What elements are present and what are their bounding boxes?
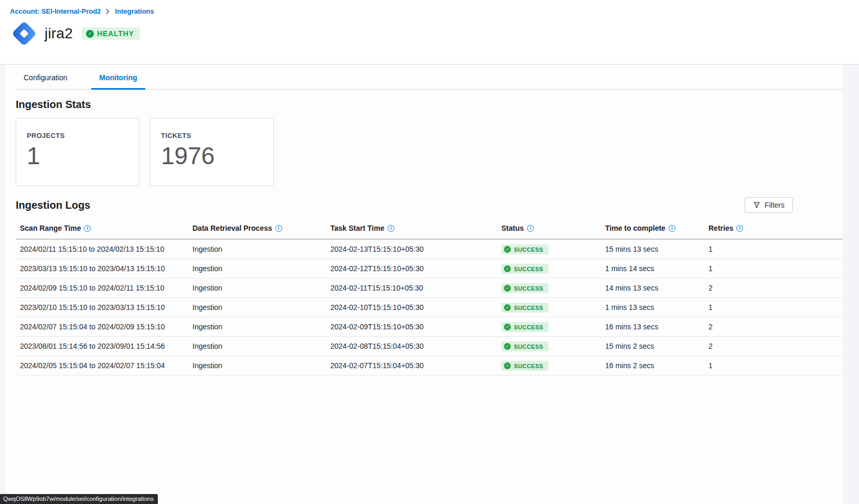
ingestion-logs-header-row: Ingestion Logs Filters xyxy=(16,197,843,213)
task-start-cell: 2024-02-07T15:15:04+05:30 xyxy=(326,361,497,370)
scan-range-cell: 2023/03/13 15:15:10 to 2023/04/13 15:15:… xyxy=(16,264,188,273)
task-start-cell: 2024-02-12T15:15:10+05:30 xyxy=(326,264,497,273)
tickets-stat-label: TICKETS xyxy=(161,132,273,140)
col-data-retrieval-process: Data Retrieval Process xyxy=(188,224,326,232)
breadcrumb-account-link[interactable]: Account: SEI-Internal-Prod2 xyxy=(10,7,101,15)
status-cell: SUCCESS xyxy=(497,244,601,255)
col-status: Status xyxy=(497,224,601,232)
time-complete-cell: 14 mins 13 secs xyxy=(601,284,704,292)
page-title: jira2 xyxy=(45,25,73,42)
table-row: 2024/02/05 15:15:04 to 2024/02/07 15:15:… xyxy=(16,356,843,376)
status-badge: SUCCESS xyxy=(501,264,549,274)
scan-range-cell: 2024/02/09 15:15:10 to 2024/02/11 15:15:… xyxy=(16,284,188,292)
table-row: 2024/02/09 15:15:10 to 2024/02/11 15:15:… xyxy=(16,278,843,298)
status-cell: SUCCESS xyxy=(497,263,601,274)
col-task-start-time: Task Start Time xyxy=(326,224,497,232)
retries-cell: 1 xyxy=(704,264,843,273)
check-circle-icon xyxy=(86,30,94,38)
table-row: 2023/08/01 15:14:56 to 2023/09/01 15:14:… xyxy=(16,337,843,356)
tab-monitoring[interactable]: Monitoring xyxy=(91,65,145,90)
check-circle-icon xyxy=(504,304,511,311)
col-retries: Retries xyxy=(704,224,843,232)
link-preview-statusbar: QwqOSllWp9ob7w/module/sei/configuration/… xyxy=(0,494,158,504)
process-cell: Ingestion xyxy=(188,361,326,370)
status-badge: SUCCESS xyxy=(501,341,549,351)
integration-title-row: jira2 HEALTHY xyxy=(10,19,859,48)
tickets-stat-card: TICKETS 1976 xyxy=(150,118,274,186)
page-header: Account: SEI-Internal-Prod2 Integrations… xyxy=(0,0,859,65)
table-row: 2024/02/11 15:15:10 to 2024/02/13 15:15:… xyxy=(16,240,843,259)
time-complete-cell: 1 mins 14 secs xyxy=(601,264,704,273)
ingestion-logs-table: Scan Range Time Data Retrieval Process T… xyxy=(16,220,843,376)
check-circle-icon xyxy=(504,246,511,253)
col-scan-range-time: Scan Range Time xyxy=(16,224,188,232)
scan-range-cell: 2024/02/11 15:15:10 to 2024/02/13 15:15:… xyxy=(16,245,188,253)
check-circle-icon xyxy=(504,285,511,292)
time-complete-cell: 16 mins 13 secs xyxy=(601,323,704,331)
tab-bar: Configuration Monitoring xyxy=(16,65,843,90)
check-circle-icon xyxy=(504,343,511,350)
info-icon[interactable] xyxy=(388,225,394,232)
chevron-right-icon xyxy=(105,8,110,15)
table-row: 2024/02/07 15:15:04 to 2024/02/09 15:15:… xyxy=(16,317,843,337)
breadcrumb-integrations-link[interactable]: Integrations xyxy=(115,7,154,15)
check-circle-icon xyxy=(504,362,511,369)
table-row: 2023/02/10 15:15:10 to 2023/03/13 15:15:… xyxy=(16,298,843,317)
task-start-cell: 2024-02-09T15:15:10+05:30 xyxy=(326,323,497,331)
retries-cell: 1 xyxy=(704,303,843,312)
health-status-badge: HEALTHY xyxy=(82,27,140,40)
status-badge: SUCCESS xyxy=(501,244,549,254)
scan-range-cell: 2024/02/07 15:15:04 to 2024/02/09 15:15:… xyxy=(16,323,188,331)
status-cell: SUCCESS xyxy=(497,341,601,352)
info-icon[interactable] xyxy=(84,225,91,232)
logs-table-header: Scan Range Time Data Retrieval Process T… xyxy=(16,220,843,240)
breadcrumb: Account: SEI-Internal-Prod2 Integrations xyxy=(10,7,859,15)
scan-range-cell: 2023/02/10 15:15:10 to 2023/03/13 15:15:… xyxy=(16,303,188,312)
task-start-cell: 2024-02-11T15:15:10+05:30 xyxy=(326,284,497,292)
retries-cell: 2 xyxy=(704,284,843,292)
tickets-stat-value: 1976 xyxy=(161,144,273,168)
scan-range-cell: 2024/02/05 15:15:04 to 2024/02/07 15:15:… xyxy=(16,361,188,370)
task-start-cell: 2024-02-08T15:15:04+05:30 xyxy=(326,342,497,350)
main-content: Configuration Monitoring Ingestion Stats… xyxy=(5,65,843,504)
funnel-icon xyxy=(753,201,760,209)
time-complete-cell: 15 mins 13 secs xyxy=(601,245,704,253)
process-cell: Ingestion xyxy=(188,323,326,331)
retries-cell: 1 xyxy=(704,361,843,370)
filters-button[interactable]: Filters xyxy=(745,197,793,213)
time-complete-cell: 1 mins 13 secs xyxy=(601,303,704,312)
info-icon[interactable] xyxy=(669,225,675,232)
jira-logo-icon xyxy=(10,19,38,48)
projects-stat-card: PROJECTS 1 xyxy=(16,118,139,186)
check-circle-icon xyxy=(504,265,511,272)
tab-configuration[interactable]: Configuration xyxy=(16,65,75,90)
ingestion-stats-heading: Ingestion Stats xyxy=(16,99,843,111)
info-icon[interactable] xyxy=(527,225,534,232)
status-badge: SUCCESS xyxy=(501,283,549,293)
status-badge: SUCCESS xyxy=(501,322,549,332)
info-icon[interactable] xyxy=(275,225,282,232)
time-complete-cell: 15 mins 2 secs xyxy=(601,342,704,350)
retries-cell: 2 xyxy=(704,342,843,350)
process-cell: Ingestion xyxy=(188,245,326,253)
filters-button-label: Filters xyxy=(765,201,785,209)
status-cell: SUCCESS xyxy=(497,321,601,333)
process-cell: Ingestion xyxy=(188,342,326,350)
retries-cell: 1 xyxy=(704,245,843,253)
table-row: 2023/03/13 15:15:10 to 2023/04/13 15:15:… xyxy=(16,259,843,278)
status-badge: SUCCESS xyxy=(501,361,549,371)
retries-cell: 2 xyxy=(704,323,843,331)
task-start-cell: 2024-02-10T15:15:10+05:30 xyxy=(326,303,497,312)
status-cell: SUCCESS xyxy=(497,302,601,313)
process-cell: Ingestion xyxy=(188,303,326,312)
info-icon[interactable] xyxy=(736,225,743,232)
task-start-cell: 2024-02-13T15:15:10+05:30 xyxy=(326,245,497,253)
health-badge-label: HEALTHY xyxy=(97,29,134,38)
check-circle-icon xyxy=(504,324,511,330)
status-cell: SUCCESS xyxy=(497,283,601,294)
projects-stat-label: PROJECTS xyxy=(27,132,139,140)
ingestion-logs-heading: Ingestion Logs xyxy=(16,199,90,211)
col-time-to-complete: Time to complete xyxy=(601,224,704,232)
logs-table-body: 2024/02/11 15:15:10 to 2024/02/13 15:15:… xyxy=(16,240,843,376)
process-cell: Ingestion xyxy=(188,264,326,273)
